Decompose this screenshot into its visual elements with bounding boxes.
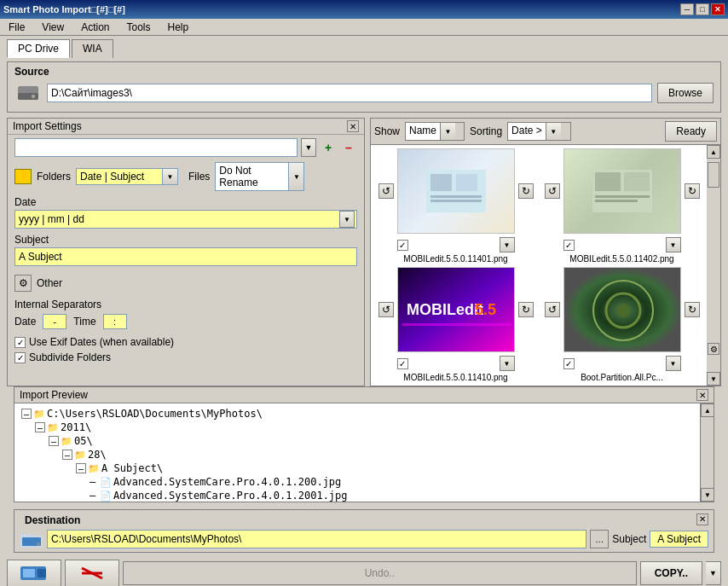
rotate-left-btn-3[interactable]: ↺ xyxy=(378,302,394,317)
destination-browse-btn[interactable]: … xyxy=(590,530,609,548)
folders-row: Folders Date | Subject ▼ Files Do Not Re… xyxy=(14,162,357,191)
scroll-up-btn[interactable]: ▲ xyxy=(707,145,720,159)
destination-close-btn[interactable]: ✕ xyxy=(696,513,708,525)
photo-checkbox-4[interactable]: ✓ xyxy=(563,358,575,369)
date-input[interactable]: yyyy | mm | dd ▼ xyxy=(14,210,357,229)
preview-scroll-up[interactable]: ▲ xyxy=(701,403,714,417)
photo-checkbox-2[interactable]: ✓ xyxy=(563,240,575,251)
tree-toggle-0[interactable]: – xyxy=(21,409,32,419)
tree-toggle-3[interactable]: – xyxy=(62,450,72,460)
time-sep-label: Time xyxy=(73,316,95,328)
svg-text:MOBILedit: MOBILedit xyxy=(407,301,483,318)
use-exif-checkbox[interactable]: ✓ xyxy=(14,337,26,348)
photo-dropdown-3[interactable]: ▼ xyxy=(500,356,515,371)
photo-item-3: ↺ xyxy=(374,267,537,382)
close-window-button[interactable]: ✕ xyxy=(711,3,725,15)
folders-dropdown-arrow[interactable]: ▼ xyxy=(162,169,177,184)
preview-close-btn[interactable]: ✕ xyxy=(696,389,708,401)
tree-toggle-1[interactable]: – xyxy=(35,422,45,432)
tree-toggle-2[interactable]: – xyxy=(49,436,59,446)
folder-icon-0: 📁 xyxy=(33,409,45,420)
import-preview-section: Import Preview ✕ – 📁 C:\Users\RSLOAD\Doc… xyxy=(14,386,714,502)
source-drive-icon xyxy=(14,81,42,105)
menu-help[interactable]: Help xyxy=(163,20,194,35)
scroll-thumb[interactable] xyxy=(708,162,719,188)
date-dropdown-arrow[interactable]: ▼ xyxy=(339,211,355,228)
remove-preset-btn[interactable]: – xyxy=(340,139,357,156)
settings-gear-btn[interactable]: ⚙ xyxy=(708,343,719,355)
import-settings-close[interactable]: ✕ xyxy=(347,120,359,132)
destination-path-input[interactable] xyxy=(47,530,586,548)
rotate-right-btn-4[interactable]: ↻ xyxy=(685,302,700,317)
subject-input[interactable]: A Subject xyxy=(14,247,357,266)
sorting-dropdown-arrow[interactable]: ▼ xyxy=(546,123,561,140)
subdivide-checkbox[interactable]: ✓ xyxy=(14,352,26,363)
copy-dropdown-btn[interactable]: ▼ xyxy=(706,561,721,585)
minimize-button[interactable]: ─ xyxy=(680,3,694,15)
action-btn-2[interactable] xyxy=(65,560,119,586)
svg-point-26 xyxy=(37,542,40,546)
scroll-track[interactable]: ⚙ xyxy=(707,159,720,372)
files-dropdown-arrow[interactable]: ▼ xyxy=(288,163,303,190)
svg-text:5.5: 5.5 xyxy=(475,301,496,318)
menu-file[interactable]: File xyxy=(3,20,30,35)
photo-dropdown-2[interactable]: ▼ xyxy=(666,237,681,252)
ready-button[interactable]: Ready xyxy=(665,121,717,142)
menu-view[interactable]: View xyxy=(37,20,69,35)
tree-toggle-4[interactable]: – xyxy=(76,463,86,473)
photo-dropdown-4[interactable]: ▼ xyxy=(666,356,681,371)
folders-select[interactable]: Date | Subject ▼ xyxy=(76,168,178,185)
photo-checkbox-3[interactable]: ✓ xyxy=(397,358,408,369)
rotate-right-btn-2[interactable]: ↻ xyxy=(685,183,700,199)
maximize-button[interactable]: □ xyxy=(696,3,709,15)
date-sep-input[interactable]: - xyxy=(43,314,66,329)
time-sep-input[interactable]: : xyxy=(103,314,127,329)
preset-input[interactable] xyxy=(14,138,298,157)
photo-checkbox-1[interactable]: ✓ xyxy=(397,240,408,251)
add-preset-btn[interactable]: + xyxy=(320,139,337,156)
files-select[interactable]: Do Not Rename ▼ xyxy=(215,162,304,191)
svg-rect-24 xyxy=(20,534,31,537)
action-btn-1[interactable] xyxy=(7,560,61,586)
tree-text-5: Advanced.SystemCare.Pro.4.0.1.200.jpg xyxy=(113,476,341,488)
browse-button[interactable]: Browse xyxy=(657,83,714,103)
photo-thumb-1 xyxy=(397,148,515,234)
rotate-left-btn-2[interactable]: ↺ xyxy=(545,183,560,199)
photo-grid-with-scroll: ↺ xyxy=(371,145,720,386)
tree-text-1: 2011\ xyxy=(61,421,91,433)
preview-scroll-down[interactable]: ▼ xyxy=(701,488,714,502)
preview-with-scroll: – 📁 C:\Users\RSLOAD\Documents\MyPhotos\ … xyxy=(14,403,714,502)
destination-subject-value: A Subject xyxy=(650,531,708,548)
rotate-left-btn-4[interactable]: ↺ xyxy=(545,302,560,317)
photo-grid: ↺ xyxy=(371,145,707,386)
tree-text-2: 05\ xyxy=(74,435,93,447)
tab-pc-drive[interactable]: PC Drive xyxy=(7,39,70,58)
rotate-left-btn-1[interactable]: ↺ xyxy=(378,183,394,199)
photo-dropdown-1[interactable]: ▼ xyxy=(500,237,515,252)
scroll-down-btn[interactable]: ▼ xyxy=(707,372,720,386)
undo-button[interactable]: Undo.. xyxy=(123,561,637,585)
copy-button[interactable]: COPY.. xyxy=(640,561,702,585)
rotate-right-btn-1[interactable]: ↻ xyxy=(518,183,534,199)
preview-title: Import Preview xyxy=(20,389,88,401)
date-label: Date xyxy=(14,196,357,208)
tab-wia[interactable]: WIA xyxy=(72,39,113,58)
photo-item-1: ↺ xyxy=(374,148,537,264)
show-label: Show xyxy=(374,125,400,137)
rotate-right-btn-3[interactable]: ↻ xyxy=(518,302,534,317)
source-row: Browse xyxy=(14,81,714,105)
separators-section: Internal Separators Date - Time : xyxy=(14,299,357,329)
show-select[interactable]: Name ▼ xyxy=(405,122,465,141)
svg-rect-29 xyxy=(38,569,46,577)
menu-tools[interactable]: Tools xyxy=(122,20,156,35)
photo-toolbar: Show Name ▼ Sorting Date > ▼ Ready xyxy=(371,119,720,145)
menu-action[interactable]: Action xyxy=(76,20,114,35)
preset-dropdown-btn[interactable]: ▼ xyxy=(301,138,316,157)
show-dropdown-arrow[interactable]: ▼ xyxy=(440,123,455,140)
preview-scroll-track[interactable] xyxy=(701,417,714,488)
svg-rect-7 xyxy=(456,174,477,191)
source-path-input[interactable] xyxy=(47,84,652,102)
sorting-select[interactable]: Date > ▼ xyxy=(507,122,571,141)
svg-rect-28 xyxy=(23,569,35,577)
photo-thumb-img-4 xyxy=(564,268,680,351)
